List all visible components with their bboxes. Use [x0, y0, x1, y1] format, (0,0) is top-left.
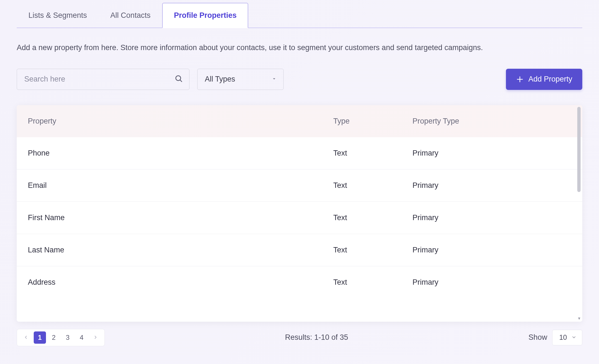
pagination: 1 2 3 4 — [17, 329, 105, 346]
table-row[interactable]: Phone Text Primary — [17, 137, 582, 169]
search-input[interactable] — [17, 69, 189, 90]
type-filter-label: All Types — [205, 75, 235, 83]
cell-property-type: Primary — [401, 266, 582, 298]
scrollbar[interactable]: ▲ ▼ — [576, 107, 582, 320]
controls-row: All Types Add Property — [17, 69, 582, 90]
tab-lists-segments[interactable]: Lists & Segments — [17, 3, 99, 28]
cell-type: Text — [322, 137, 401, 169]
results-text: Results: 1-10 of 35 — [285, 333, 348, 342]
page-next-button[interactable] — [89, 331, 102, 344]
caret-down-icon — [271, 75, 277, 83]
table-row[interactable]: First Name Text Primary — [17, 201, 582, 234]
table-row[interactable]: Last Name Text Primary — [17, 234, 582, 266]
cell-type: Text — [322, 201, 401, 234]
add-property-label: Add Property — [528, 75, 572, 83]
properties-card: Property Type Property Type Phone Text P… — [17, 105, 582, 322]
page-prev-button[interactable] — [20, 331, 32, 344]
cell-type: Text — [322, 266, 401, 298]
footer: 1 2 3 4 Results: 1-10 of 35 Show 10 — [17, 329, 582, 346]
show-value: 10 — [559, 333, 567, 341]
page-button-3[interactable]: 3 — [62, 331, 74, 344]
cell-property: First Name — [17, 201, 322, 234]
cell-property-type: Primary — [401, 201, 582, 234]
cell-type: Text — [322, 169, 401, 201]
search-icon — [174, 74, 183, 84]
tabs: Lists & Segments All Contacts Profile Pr… — [17, 3, 582, 28]
type-filter-wrap: All Types — [197, 69, 284, 90]
cell-property: Email — [17, 169, 322, 201]
col-header-type: Type — [322, 105, 401, 137]
table-row[interactable]: Email Text Primary — [17, 169, 582, 201]
show-label: Show — [529, 333, 547, 342]
page-description: Add a new property from here. Store more… — [17, 42, 582, 53]
cell-property: Phone — [17, 137, 322, 169]
table-scroll[interactable]: Property Type Property Type Phone Text P… — [17, 105, 582, 322]
page-button-2[interactable]: 2 — [48, 331, 60, 344]
scrollbar-thumb[interactable] — [577, 107, 581, 192]
page-button-4[interactable]: 4 — [76, 331, 88, 344]
cell-property: Last Name — [17, 234, 322, 266]
cell-property: Address — [17, 266, 322, 298]
page-button-1[interactable]: 1 — [34, 331, 46, 344]
scroll-down-icon[interactable]: ▼ — [577, 316, 581, 321]
cell-property-type: Primary — [401, 137, 582, 169]
properties-table: Property Type Property Type Phone Text P… — [17, 105, 582, 298]
type-filter-select[interactable]: All Types — [197, 69, 284, 90]
tab-all-contacts[interactable]: All Contacts — [99, 3, 162, 28]
chevron-right-icon — [93, 334, 98, 341]
search-wrap — [17, 69, 189, 90]
show-per-page-select[interactable]: 10 — [552, 330, 582, 345]
cell-property-type: Primary — [401, 234, 582, 266]
col-header-property-type: Property Type — [401, 105, 582, 137]
table-row[interactable]: Address Text Primary — [17, 266, 582, 298]
cell-type: Text — [322, 234, 401, 266]
add-property-button[interactable]: Add Property — [506, 69, 582, 90]
col-header-property: Property — [17, 105, 322, 137]
chevron-down-icon — [571, 333, 576, 341]
svg-line-1 — [180, 80, 182, 82]
plus-icon — [516, 75, 524, 83]
chevron-left-icon — [23, 334, 28, 341]
show-wrap: Show 10 — [529, 330, 582, 345]
cell-property-type: Primary — [401, 169, 582, 201]
tab-profile-properties[interactable]: Profile Properties — [162, 3, 248, 28]
